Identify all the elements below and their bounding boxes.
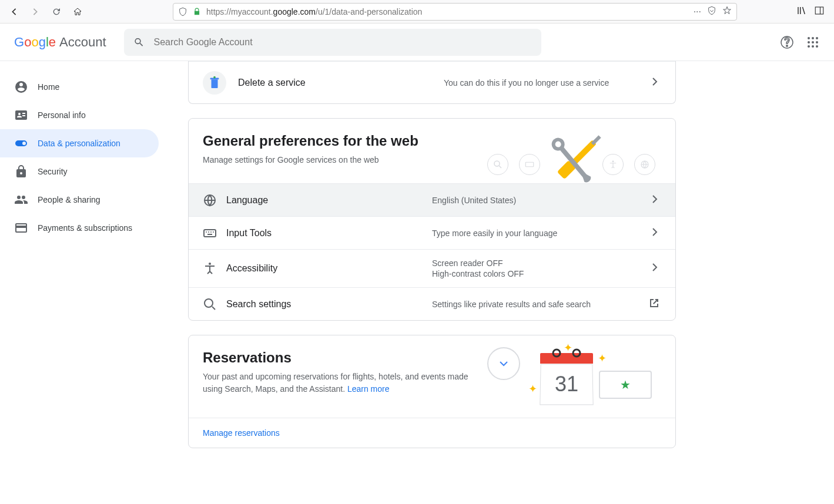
svg-point-9 (812, 45, 814, 48)
svg-rect-11 (212, 79, 218, 88)
svg-point-2 (808, 37, 810, 39)
more-icon[interactable]: ··· (694, 6, 701, 17)
preferences-illustration (487, 130, 664, 195)
card-subtitle: Your past and upcoming reservations for … (203, 371, 473, 395)
search-icon (133, 36, 145, 48)
svg-point-35 (553, 350, 560, 357)
row-label: Language (226, 195, 432, 206)
reservations-card: Reservations Your past and upcoming rese… (188, 335, 676, 448)
help-button[interactable] (780, 35, 794, 49)
row-value: Screen reader OFF High-contrast colors O… (432, 258, 647, 278)
svg-point-27 (206, 231, 207, 233)
sidebar-item-label: Payments & subscriptions (38, 223, 132, 233)
delete-service-card: Delete a service You can do this if you … (188, 61, 676, 104)
row-value: You can do this if you no longer use a s… (444, 78, 647, 88)
chevron-right-icon (647, 225, 661, 241)
svg-point-33 (205, 299, 213, 307)
accessibility-icon (203, 261, 226, 275)
sidebar-item-data-personalization[interactable]: Data & personalization (0, 129, 159, 157)
sidebar-item-security[interactable]: Security (0, 157, 159, 186)
main-content: Delete a service You can do this if you … (165, 61, 834, 504)
sparkle-icon: ✦ (528, 382, 537, 395)
svg-point-10 (816, 45, 818, 48)
search-icon (203, 297, 226, 311)
svg-line-34 (212, 307, 215, 310)
browser-home-button[interactable] (69, 4, 86, 20)
row-value: Settings like private results and safe s… (432, 300, 647, 309)
globe-icon (203, 193, 226, 207)
sidebar-item-label: Security (38, 167, 68, 176)
svg-point-30 (213, 231, 214, 233)
svg-point-32 (209, 263, 211, 265)
svg-point-5 (808, 41, 810, 43)
sidebar-item-people-sharing[interactable]: People & sharing (0, 186, 159, 214)
input-tools-row[interactable]: Input Tools Type more easily in your lan… (189, 216, 675, 249)
browser-back-button[interactable] (6, 4, 22, 20)
search-mini-icon (487, 154, 508, 175)
id-card-icon (14, 108, 28, 122)
app-header: Google Account (0, 23, 834, 61)
chevron-right-icon (647, 260, 661, 277)
row-value: Type more easily in your language (432, 229, 647, 238)
svg-point-8 (808, 45, 810, 48)
pocket-icon[interactable] (707, 6, 716, 18)
people-icon (14, 193, 28, 207)
search-input[interactable] (153, 37, 531, 48)
general-preferences-card: General preferences for the web Manage s… (188, 118, 676, 321)
sidebar-item-personal-info[interactable]: Personal info (0, 101, 159, 129)
sparkle-icon: ✦ (598, 352, 607, 365)
svg-point-6 (812, 41, 814, 43)
apps-button[interactable] (806, 35, 820, 49)
accessibility-row[interactable]: Accessibility Screen reader OFF High-con… (189, 249, 675, 287)
row-label: Accessibility (226, 263, 432, 274)
svg-point-29 (210, 231, 212, 233)
svg-rect-16 (525, 162, 534, 167)
globe-mini-icon (634, 154, 655, 175)
row-label: Delete a service (238, 78, 444, 88)
sidebar-nav: Home Personal info Data & personalizatio… (0, 61, 165, 504)
lock-icon (14, 164, 28, 179)
search-settings-row[interactable]: Search settings Settings like private re… (189, 287, 675, 320)
url-bar[interactable]: https://myaccount.google.com/u/1/data-an… (173, 3, 737, 21)
card-header: Reservations Your past and upcoming rese… (189, 335, 675, 418)
tools-illustration (535, 130, 612, 195)
browser-forward-button[interactable] (27, 4, 43, 20)
svg-point-4 (816, 37, 818, 39)
sidebar-item-label: People & sharing (38, 195, 101, 204)
card-subtitle: Manage settings for Google services on t… (203, 154, 473, 166)
search-box[interactable] (124, 29, 541, 56)
svg-line-15 (499, 166, 501, 168)
card-header: General preferences for the web Manage s… (189, 119, 675, 183)
svg-point-28 (208, 231, 209, 233)
svg-point-17 (612, 160, 614, 162)
row-value: English (United States) (432, 196, 647, 205)
sidebar-icon[interactable] (814, 5, 825, 18)
sidebar-item-home[interactable]: Home (0, 73, 159, 101)
calendar-icon: 31 (540, 353, 593, 406)
svg-point-14 (494, 161, 500, 166)
learn-more-link[interactable]: Learn more (347, 384, 390, 394)
calendar-day: 31 (540, 364, 593, 405)
manage-reservations-link[interactable]: Manage reservations (203, 428, 280, 438)
svg-point-36 (573, 350, 580, 357)
card-footer: Manage reservations (189, 418, 675, 448)
external-link-icon (647, 296, 661, 313)
clock-icon (487, 347, 520, 380)
google-account-logo[interactable]: Google Account (14, 35, 106, 50)
library-icon[interactable] (796, 5, 807, 18)
row-label: Input Tools (226, 228, 432, 238)
keyboard-icon (203, 226, 226, 240)
delete-service-row[interactable]: Delete a service You can do this if you … (189, 61, 675, 103)
bookmark-star-icon[interactable] (722, 6, 732, 18)
svg-rect-31 (207, 234, 212, 235)
reservations-illustration: ✦ ✦ ✦ 31 ★ (487, 341, 664, 412)
browser-reload-button[interactable] (48, 4, 65, 20)
ticket-icon: ★ (599, 371, 652, 399)
url-text: https://myaccount.google.com/u/1/data-an… (206, 7, 689, 16)
shield-icon (178, 7, 187, 16)
svg-point-13 (213, 76, 216, 79)
sidebar-item-label: Personal info (38, 110, 86, 120)
browser-toolbar: https://myaccount.google.com/u/1/data-an… (0, 0, 834, 23)
sidebar-item-payments[interactable]: Payments & subscriptions (0, 214, 159, 242)
chevron-right-icon (647, 75, 661, 91)
